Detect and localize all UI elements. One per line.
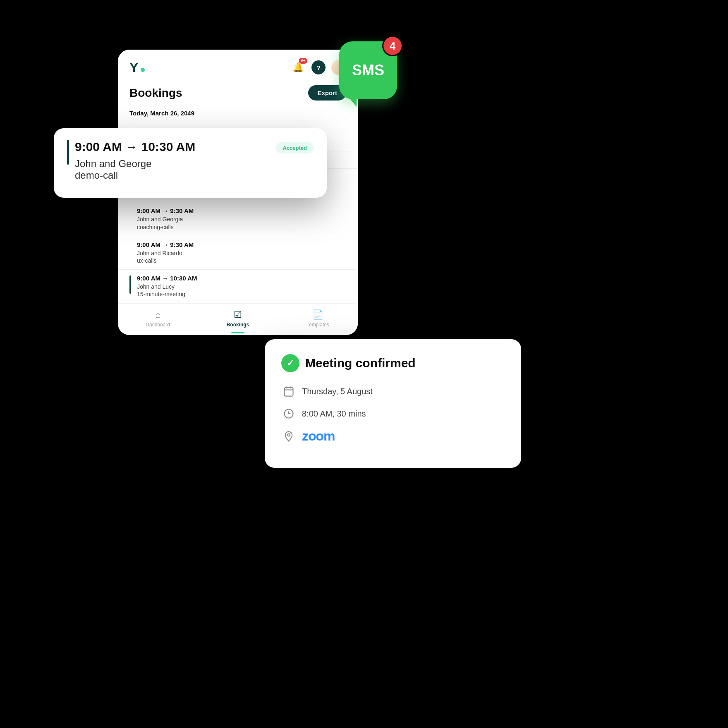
checkmark-icon: ✓ — [287, 358, 294, 369]
expanded-time-bar — [67, 140, 69, 165]
templates-icon: 📄 — [312, 309, 323, 320]
sms-icon: SMS 4 — [339, 41, 397, 99]
svg-point-5 — [287, 433, 290, 436]
booking-name: John and Lucy15-minute-meeting — [137, 283, 346, 298]
expanded-booking-name: John and Georgedemo-call — [75, 158, 195, 181]
booking-name: John and Ricardoux-calls — [137, 249, 346, 264]
booking-time: 9:00 AM → 9:30 AM — [137, 207, 346, 214]
meeting-time-text: 8:00 AM, 30 mins — [302, 409, 366, 419]
sms-bubble[interactable]: SMS 4 — [339, 41, 397, 99]
notification-button[interactable]: 🔔 9+ — [290, 60, 306, 75]
help-button[interactable]: ? — [311, 60, 326, 74]
meeting-location-row: zoom — [281, 429, 505, 444]
sms-tail — [348, 97, 357, 107]
notification-badge: 9+ — [299, 58, 307, 64]
logo-letter: Y — [129, 61, 138, 74]
meeting-date-text: Thursday, 5 August — [302, 387, 373, 396]
booking-item[interactable]: 9:00 AM → 9:30 AM John and Georgiacoachi… — [118, 202, 358, 235]
location-icon — [281, 429, 296, 444]
booking-name: John and Georgiacoaching-calls — [137, 216, 346, 230]
meeting-date-row: Thursday, 5 August — [281, 384, 505, 399]
zoom-logo-text: zoom — [302, 429, 335, 444]
meeting-confirmed-title: Meeting confirmed — [305, 356, 416, 370]
booking-item[interactable]: 9:00 AM → 10:30 AM John and Lucy15-minut… — [118, 269, 358, 303]
meeting-confirmed-card: ✓ Meeting confirmed Thursday, 5 August 8… — [265, 339, 521, 468]
booking-time: 9:00 AM → 10:30 AM — [137, 275, 346, 282]
page-title-row: Bookings Export — [118, 82, 358, 107]
booking-time: 9:00 AM → 9:30 AM — [137, 241, 346, 248]
booking-item[interactable]: 9:00 AM → 9:30 AM John and Ricardoux-cal… — [118, 236, 358, 269]
sms-count-badge: 4 — [382, 36, 403, 56]
nav-item-dashboard[interactable]: ⌂ Dashboard — [141, 309, 175, 328]
check-circle-icon: ✓ — [281, 354, 299, 372]
booking-content: 9:00 AM → 9:30 AM John and Georgiacoachi… — [129, 207, 346, 230]
calendar-icon — [281, 384, 296, 399]
nav-item-templates[interactable]: 📄 Templates — [301, 309, 334, 328]
nav-label-dashboard: Dashboard — [146, 322, 170, 328]
expanded-booking-card: 9:00 AM → 10:30 AM John and Georgedemo-c… — [54, 128, 327, 198]
meeting-time-row: 8:00 AM, 30 mins — [281, 406, 505, 421]
nav-item-bookings[interactable]: ☑ Bookings — [221, 309, 254, 328]
nav-label-bookings: Bookings — [227, 322, 249, 328]
nav-label-templates: Templates — [307, 322, 329, 328]
meeting-title-row: ✓ Meeting confirmed — [281, 354, 505, 372]
dashboard-icon: ⌂ — [155, 309, 160, 320]
app-logo: Y — [129, 61, 145, 74]
app-header: Y 🔔 9+ ? — [118, 50, 358, 82]
expanded-booking-time: 9:00 AM → 10:30 AM — [75, 140, 195, 154]
bookings-icon: ☑ — [234, 309, 242, 320]
booking-content: 9:00 AM → 10:30 AM John and Lucy15-minut… — [137, 275, 346, 298]
bottom-nav: ⌂ Dashboard ☑ Bookings 📄 Templates — [118, 303, 358, 335]
page-title: Bookings — [129, 86, 182, 100]
header-icons: 🔔 9+ ? — [290, 60, 346, 75]
nav-active-indicator — [231, 332, 244, 333]
accepted-status-badge: Accepted — [276, 142, 314, 153]
clock-icon — [281, 406, 296, 421]
logo-dot — [141, 68, 145, 72]
time-bar — [129, 275, 131, 294]
today-date-header: Today, March 26, 2049 — [118, 107, 358, 122]
svg-rect-0 — [285, 388, 293, 396]
booking-content: 9:00 AM → 9:30 AM John and Ricardoux-cal… — [129, 241, 346, 264]
sms-label: SMS — [352, 62, 384, 79]
